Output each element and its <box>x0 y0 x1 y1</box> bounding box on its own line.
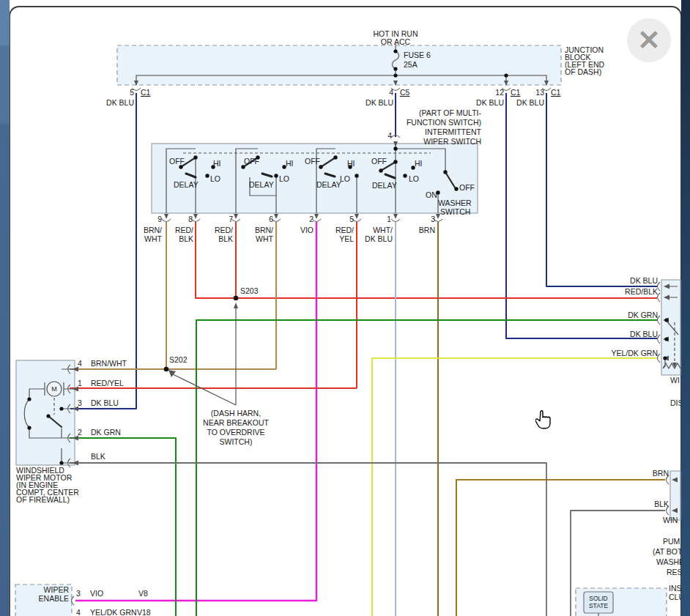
junction-caption: OF DASH) <box>565 68 601 76</box>
hot-label: OR ACC <box>381 38 410 46</box>
wire-color-label: WHT <box>144 235 162 243</box>
switch-pos-lo: LO <box>340 175 350 183</box>
close-button[interactable]: ✕ <box>627 18 671 62</box>
pump-caption-fragment: WIN <box>663 516 678 524</box>
wire-color-label: RED/ <box>175 226 193 234</box>
switch-pos-hi: HI <box>347 160 355 168</box>
wire-red <box>70 222 657 388</box>
motor-pin-number: 4 <box>78 360 82 368</box>
output-pin: 1 <box>387 215 391 223</box>
circuit-number: V18 <box>137 609 151 616</box>
wire-color-label: BLK <box>91 453 105 461</box>
connector-id: C1 <box>511 89 520 97</box>
module-caption-fragment: WI <box>670 376 680 385</box>
multifunction-note: (PART OF MULTI- <box>419 109 481 117</box>
washer-pos-on: ON <box>426 191 437 199</box>
switch-pos-off: OFF <box>305 157 320 166</box>
splice-label: S202 <box>169 356 188 364</box>
wire-color-label: DK BLU <box>630 330 658 338</box>
multifunction-note: FUNCTION SWITCH) <box>407 119 481 127</box>
multifunction-note: INTERMITTENT <box>425 128 481 136</box>
wire-color-label: BRN/WHT <box>91 360 127 368</box>
window-right-edge[interactable] <box>681 0 690 616</box>
wire-color-label: BRN <box>653 470 669 478</box>
washer-pos-off: OFF <box>459 184 475 192</box>
washer-switch-label: WASHER <box>438 199 472 207</box>
motor-caption: OF FIREWALL) <box>16 496 70 504</box>
wiring-diagram-canvas <box>0 0 690 616</box>
wire-dk-blu <box>70 93 657 409</box>
wire-color-label: BRN/ <box>144 226 162 234</box>
right-module-box <box>661 280 680 375</box>
wire-color-label: DK BLU <box>91 399 119 407</box>
splice-label: S203 <box>240 287 259 295</box>
wire-color-label: VIO <box>300 226 314 234</box>
output-pin: 6 <box>269 215 273 223</box>
switch-pos-off: OFF <box>244 157 259 166</box>
wire-color-label: YEL <box>339 235 354 243</box>
wire-color-label: YEL/DK GRN <box>90 609 137 616</box>
motor-pin-number: 1 <box>78 379 82 387</box>
multifunction-note: WIPER SWITCH <box>423 138 481 146</box>
wire-color-label: DK GRN <box>628 311 658 319</box>
wire-color-label: BRN <box>419 226 435 234</box>
wiper-enable-caption: WIPER <box>44 586 69 594</box>
switch-pos-lo: LO <box>409 175 419 183</box>
wire-brn-wht <box>70 222 276 369</box>
enable-pin-number: 3 <box>76 590 81 598</box>
wiper-motor-box <box>16 360 75 465</box>
motor-pin-number: 2 <box>78 428 82 437</box>
wire-color-label: RED/ <box>215 226 233 234</box>
output-pin: 2 <box>309 215 314 223</box>
switch-pos-off: OFF <box>169 157 185 166</box>
switch-output-connectors <box>162 214 442 222</box>
close-icon: ✕ <box>637 24 661 56</box>
wire-color-label: BLK <box>179 235 193 243</box>
output-pin: 5 <box>349 215 354 223</box>
switch-pos-delay: DELAY <box>249 181 274 189</box>
wire-color-label: DK BLU <box>365 235 393 243</box>
output-pin: 9 <box>157 215 162 223</box>
switch-pos-delay: DELAY <box>174 181 199 189</box>
solid-state-label: SOLID <box>589 595 608 602</box>
motor-symbol: M <box>51 386 57 393</box>
switch-pos-lo: LO <box>279 175 289 183</box>
pump-caption-fragment: PUM <box>663 538 680 546</box>
dash-harn-note: NEAR BREAKOUT <box>203 419 269 427</box>
dash-harn-note: SWITCH) <box>220 438 253 446</box>
switch-pos-delay: DELAY <box>372 182 397 190</box>
dash-harn-note: (DASH HARN, <box>211 409 261 418</box>
wire-color-label: RED/ <box>335 226 354 234</box>
connector-pin: 5 <box>130 89 134 97</box>
circuit-number: V8 <box>138 590 148 598</box>
output-pin: 3 <box>431 215 435 223</box>
window-left-edge <box>0 0 10 616</box>
washer-switch-label: SWITCH <box>440 208 470 216</box>
wire-color-label: YEL/DK GRN <box>611 349 658 357</box>
wire-color-label: RED/BLK <box>625 288 658 296</box>
wire-color-label: DK BLU <box>630 277 658 285</box>
wire-color-label: DK BLU <box>476 99 504 107</box>
wire-color-label: BRN/ <box>255 226 273 234</box>
wire-color-label: RED/YEL <box>91 379 124 387</box>
solid-state-label: STATE <box>589 603 608 609</box>
pump-caption-fragment: RES <box>667 568 683 576</box>
wire-color-label: WHT <box>256 235 273 243</box>
wire-color-label: BLK <box>218 235 233 243</box>
wire-dk-grn <box>70 320 657 616</box>
dash-harn-note: TO OVERDRIVE <box>207 428 264 437</box>
supply-pin-number: 4 <box>387 132 392 140</box>
fuse-rating: 25A <box>404 61 418 69</box>
connector-id: C1 <box>551 89 560 97</box>
wire-color-label: WHT/ <box>373 226 393 234</box>
switch-pos-hi: HI <box>213 160 221 168</box>
wire-color-label: BLK <box>654 500 669 508</box>
connector-pin: 13 <box>535 89 544 97</box>
wire-color-label: DK GRN <box>91 428 121 437</box>
pump-caption-fragment: WASHE <box>656 558 684 566</box>
enable-pin-number: 4 <box>76 609 81 616</box>
wire-color-label: VIO <box>90 590 103 598</box>
switch-pos-hi: HI <box>415 160 423 168</box>
motor-pin-number: 3 <box>78 399 82 407</box>
output-pin: 8 <box>188 215 193 223</box>
